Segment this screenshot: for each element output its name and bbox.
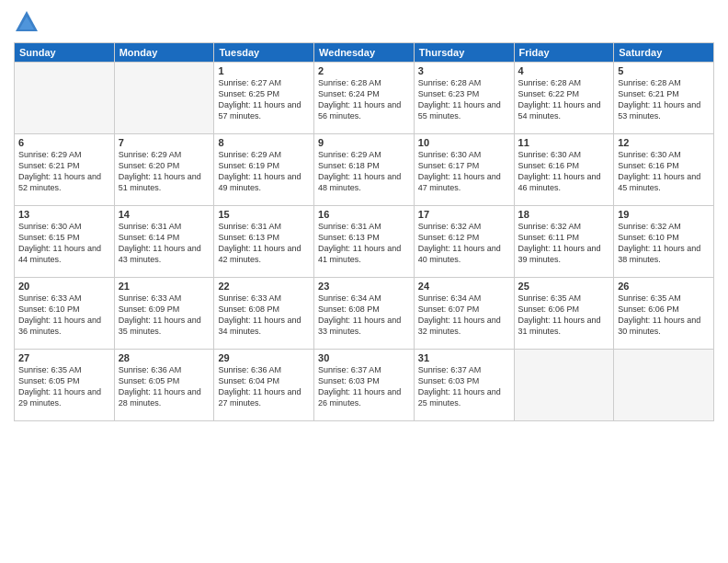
day-number: 21 (119, 281, 210, 292)
logo-icon (14, 9, 40, 35)
calendar-cell: 30Sunrise: 6:37 AM Sunset: 6:03 PM Dayli… (314, 350, 415, 421)
calendar-cell: 1Sunrise: 6:27 AM Sunset: 6:25 PM Daylig… (214, 63, 314, 134)
cell-info: Sunrise: 6:30 AM Sunset: 6:16 PM Dayligh… (618, 149, 710, 194)
cell-info: Sunrise: 6:34 AM Sunset: 6:07 PM Dayligh… (418, 293, 510, 338)
calendar-cell: 26Sunrise: 6:35 AM Sunset: 6:06 PM Dayli… (614, 278, 714, 350)
calendar-cell: 23Sunrise: 6:34 AM Sunset: 6:08 PM Dayli… (314, 278, 415, 350)
day-number: 7 (119, 137, 210, 148)
cell-info: Sunrise: 6:30 AM Sunset: 6:15 PM Dayligh… (18, 221, 110, 266)
day-header: Saturday (614, 43, 714, 63)
page: SundayMondayTuesdayWednesdayThursdayFrid… (0, 0, 728, 563)
cell-info: Sunrise: 6:31 AM Sunset: 6:13 PM Dayligh… (218, 221, 310, 266)
day-number: 11 (518, 137, 610, 148)
calendar-cell (114, 63, 214, 134)
calendar-cell: 3Sunrise: 6:28 AM Sunset: 6:23 PM Daylig… (414, 63, 514, 134)
day-number: 17 (418, 209, 510, 220)
cell-info: Sunrise: 6:28 AM Sunset: 6:22 PM Dayligh… (518, 77, 610, 122)
cell-info: Sunrise: 6:29 AM Sunset: 6:20 PM Dayligh… (119, 149, 210, 194)
day-number: 30 (318, 352, 410, 363)
cell-info: Sunrise: 6:34 AM Sunset: 6:08 PM Dayligh… (318, 293, 410, 338)
calendar-cell: 6Sunrise: 6:29 AM Sunset: 6:21 PM Daylig… (15, 134, 115, 206)
cell-info: Sunrise: 6:33 AM Sunset: 6:08 PM Dayligh… (218, 293, 310, 338)
calendar-header-row: SundayMondayTuesdayWednesdayThursdayFrid… (15, 43, 714, 63)
day-header: Wednesday (314, 43, 415, 63)
cell-info: Sunrise: 6:28 AM Sunset: 6:23 PM Dayligh… (418, 77, 510, 122)
cell-info: Sunrise: 6:32 AM Sunset: 6:10 PM Dayligh… (618, 221, 710, 266)
cell-info: Sunrise: 6:29 AM Sunset: 6:19 PM Dayligh… (218, 149, 310, 194)
calendar-cell: 14Sunrise: 6:31 AM Sunset: 6:14 PM Dayli… (114, 206, 214, 278)
day-header: Friday (514, 43, 614, 63)
day-number: 22 (218, 281, 310, 292)
day-number: 27 (18, 352, 110, 363)
day-number: 29 (218, 352, 310, 363)
calendar-cell: 27Sunrise: 6:35 AM Sunset: 6:05 PM Dayli… (15, 350, 115, 421)
day-number: 6 (18, 137, 110, 148)
day-number: 15 (218, 209, 310, 220)
cell-info: Sunrise: 6:30 AM Sunset: 6:16 PM Dayligh… (518, 149, 610, 194)
calendar-cell: 9Sunrise: 6:29 AM Sunset: 6:18 PM Daylig… (314, 134, 415, 206)
calendar-week-row: 20Sunrise: 6:33 AM Sunset: 6:10 PM Dayli… (15, 278, 714, 350)
cell-info: Sunrise: 6:28 AM Sunset: 6:21 PM Dayligh… (618, 77, 710, 122)
cell-info: Sunrise: 6:33 AM Sunset: 6:10 PM Dayligh… (18, 293, 110, 338)
calendar-cell: 29Sunrise: 6:36 AM Sunset: 6:04 PM Dayli… (214, 350, 314, 421)
cell-info: Sunrise: 6:37 AM Sunset: 6:03 PM Dayligh… (418, 364, 510, 409)
day-number: 28 (119, 352, 210, 363)
day-number: 23 (318, 281, 410, 292)
day-number: 10 (418, 137, 510, 148)
day-number: 1 (218, 65, 310, 76)
day-number: 12 (618, 137, 710, 148)
calendar-cell: 28Sunrise: 6:36 AM Sunset: 6:05 PM Dayli… (114, 350, 214, 421)
calendar: SundayMondayTuesdayWednesdayThursdayFrid… (14, 42, 714, 421)
day-number: 31 (418, 352, 510, 363)
day-number: 25 (518, 281, 610, 292)
day-number: 14 (119, 209, 210, 220)
logo (14, 9, 43, 35)
calendar-cell: 10Sunrise: 6:30 AM Sunset: 6:17 PM Dayli… (414, 134, 514, 206)
calendar-cell: 19Sunrise: 6:32 AM Sunset: 6:10 PM Dayli… (614, 206, 714, 278)
calendar-cell: 15Sunrise: 6:31 AM Sunset: 6:13 PM Dayli… (214, 206, 314, 278)
day-number: 19 (618, 209, 710, 220)
day-header: Thursday (414, 43, 514, 63)
cell-info: Sunrise: 6:35 AM Sunset: 6:06 PM Dayligh… (618, 293, 710, 338)
calendar-cell: 5Sunrise: 6:28 AM Sunset: 6:21 PM Daylig… (614, 63, 714, 134)
day-header: Monday (114, 43, 214, 63)
day-number: 2 (318, 65, 410, 76)
calendar-cell: 8Sunrise: 6:29 AM Sunset: 6:19 PM Daylig… (214, 134, 314, 206)
cell-info: Sunrise: 6:28 AM Sunset: 6:24 PM Dayligh… (318, 77, 410, 122)
calendar-cell: 4Sunrise: 6:28 AM Sunset: 6:22 PM Daylig… (514, 63, 614, 134)
calendar-cell: 24Sunrise: 6:34 AM Sunset: 6:07 PM Dayli… (414, 278, 514, 350)
calendar-week-row: 27Sunrise: 6:35 AM Sunset: 6:05 PM Dayli… (15, 350, 714, 421)
calendar-week-row: 13Sunrise: 6:30 AM Sunset: 6:15 PM Dayli… (15, 206, 714, 278)
calendar-cell: 17Sunrise: 6:32 AM Sunset: 6:12 PM Dayli… (414, 206, 514, 278)
calendar-cell: 20Sunrise: 6:33 AM Sunset: 6:10 PM Dayli… (15, 278, 115, 350)
cell-info: Sunrise: 6:36 AM Sunset: 6:05 PM Dayligh… (119, 364, 210, 409)
day-number: 9 (318, 137, 410, 148)
cell-info: Sunrise: 6:36 AM Sunset: 6:04 PM Dayligh… (218, 364, 310, 409)
day-header: Sunday (15, 43, 115, 63)
calendar-week-row: 1Sunrise: 6:27 AM Sunset: 6:25 PM Daylig… (15, 63, 714, 134)
cell-info: Sunrise: 6:32 AM Sunset: 6:11 PM Dayligh… (518, 221, 610, 266)
cell-info: Sunrise: 6:35 AM Sunset: 6:06 PM Dayligh… (518, 293, 610, 338)
day-number: 20 (18, 281, 110, 292)
cell-info: Sunrise: 6:31 AM Sunset: 6:13 PM Dayligh… (318, 221, 410, 266)
cell-info: Sunrise: 6:35 AM Sunset: 6:05 PM Dayligh… (18, 364, 110, 409)
cell-info: Sunrise: 6:27 AM Sunset: 6:25 PM Dayligh… (218, 77, 310, 122)
calendar-cell: 12Sunrise: 6:30 AM Sunset: 6:16 PM Dayli… (614, 134, 714, 206)
day-number: 5 (618, 65, 710, 76)
day-number: 18 (518, 209, 610, 220)
calendar-cell: 22Sunrise: 6:33 AM Sunset: 6:08 PM Dayli… (214, 278, 314, 350)
cell-info: Sunrise: 6:33 AM Sunset: 6:09 PM Dayligh… (119, 293, 210, 338)
header (14, 9, 714, 35)
cell-info: Sunrise: 6:30 AM Sunset: 6:17 PM Dayligh… (418, 149, 510, 194)
day-number: 24 (418, 281, 510, 292)
day-number: 8 (218, 137, 310, 148)
calendar-cell: 18Sunrise: 6:32 AM Sunset: 6:11 PM Dayli… (514, 206, 614, 278)
day-number: 13 (18, 209, 110, 220)
day-number: 16 (318, 209, 410, 220)
day-header: Tuesday (214, 43, 314, 63)
calendar-cell: 25Sunrise: 6:35 AM Sunset: 6:06 PM Dayli… (514, 278, 614, 350)
day-number: 4 (518, 65, 610, 76)
calendar-cell: 2Sunrise: 6:28 AM Sunset: 6:24 PM Daylig… (314, 63, 415, 134)
calendar-cell: 11Sunrise: 6:30 AM Sunset: 6:16 PM Dayli… (514, 134, 614, 206)
cell-info: Sunrise: 6:29 AM Sunset: 6:18 PM Dayligh… (318, 149, 410, 194)
